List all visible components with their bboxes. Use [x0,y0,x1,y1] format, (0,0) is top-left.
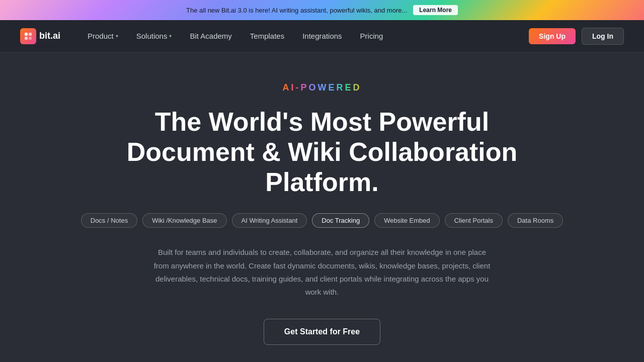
sign-up-button[interactable]: Sign Up [529,28,576,44]
main-nav: bit.ai Product ▾ Solutions ▾ Bit Academy… [0,20,644,52]
hero-title: The World's Most Powerful Document & Wik… [96,107,548,197]
hero-description: Built for teams and individuals to creat… [151,246,493,299]
logo-icon [20,28,36,44]
pill-client-portals[interactable]: Client Portals [445,213,503,228]
hero-section: AI-POWERED The World's Most Powerful Doc… [0,52,644,362]
announcement-bar: The all new Bit.ai 3.0 is here! AI writi… [0,0,644,20]
svg-rect-0 [25,33,28,36]
nav-left: bit.ai Product ▾ Solutions ▾ Bit Academy… [20,28,390,44]
log-in-button[interactable]: Log In [582,28,624,45]
nav-links: Product ▾ Solutions ▾ Bit Academy Templa… [80,28,390,44]
get-started-button[interactable]: Get Started for Free [264,319,380,345]
nav-pricing[interactable]: Pricing [353,28,390,44]
pill-ai-writing[interactable]: AI Writing Assistant [232,213,307,228]
pill-data-rooms[interactable]: Data Rooms [508,213,563,228]
nav-integrations[interactable]: Integrations [295,28,349,44]
svg-rect-2 [25,37,28,40]
announcement-text: The all new Bit.ai 3.0 is here! AI writi… [186,7,407,14]
nav-solutions[interactable]: Solutions ▾ [129,28,179,44]
chevron-down-icon: ▾ [116,33,118,39]
nav-templates[interactable]: Templates [243,28,291,44]
logo[interactable]: bit.ai [20,28,60,44]
pill-website-embed[interactable]: Website Embed [374,213,440,228]
nav-product[interactable]: Product ▾ [80,28,125,44]
svg-rect-1 [29,33,32,36]
nav-bit-academy[interactable]: Bit Academy [183,28,238,44]
learn-more-button[interactable]: Learn More [413,5,458,15]
ai-powered-badge: AI-POWERED [283,82,362,93]
chevron-down-icon: ▾ [169,33,172,39]
nav-right: Sign Up Log In [529,28,624,45]
logo-text: bit.ai [39,31,60,41]
pill-doc-tracking[interactable]: Doc Tracking [312,213,369,228]
svg-rect-3 [29,37,32,40]
feature-pills: Docs / Notes Wiki /Knowledge Base AI Wri… [81,213,563,228]
pill-docs-notes[interactable]: Docs / Notes [81,213,137,228]
pill-wiki-knowledge[interactable]: Wiki /Knowledge Base [142,213,226,228]
